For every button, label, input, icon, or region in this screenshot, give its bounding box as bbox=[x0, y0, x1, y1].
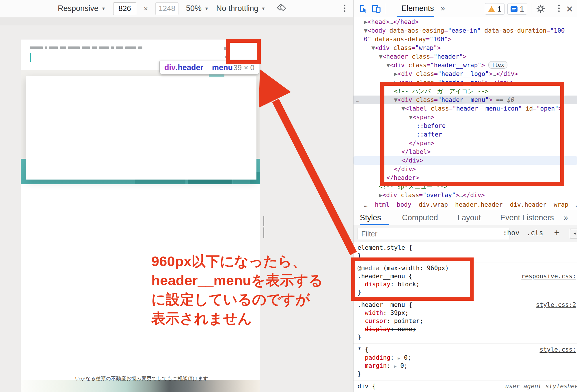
blurred-nav-text bbox=[30, 46, 142, 49]
annotation-line: 表示されません bbox=[151, 309, 323, 328]
warnings-badge[interactable]: 1 bbox=[485, 3, 505, 15]
tooltip-tag: div bbox=[164, 63, 176, 72]
warning-count: 1 bbox=[497, 5, 501, 14]
annotation-line: に設定しているのですが bbox=[151, 290, 323, 309]
style-rule-universal[interactable]: * {style.css: padding: ▶ 0; margin: ▶ 0;… bbox=[353, 344, 577, 380]
new-style-rule-button[interactable]: + bbox=[554, 227, 559, 238]
tree-row[interactable]: ▶<head>…</head> bbox=[353, 18, 577, 26]
styles-filter-input[interactable] bbox=[358, 228, 509, 240]
content-card bbox=[26, 76, 256, 180]
more-tabs-chevron[interactable]: » bbox=[564, 213, 568, 222]
throttling-dropdown[interactable]: No throttling ▼ bbox=[216, 4, 265, 13]
stylesheet-link[interactable]: style.css: bbox=[540, 346, 576, 354]
photo-caption: いかなる種類の不動産お悩み変更でしてもご相談頂けます bbox=[75, 375, 208, 382]
device-type-dropdown[interactable]: Responsive ▼ bbox=[58, 4, 106, 13]
toggle-hover-state-button[interactable]: :hov bbox=[503, 229, 520, 237]
close-icon[interactable]: ✕ bbox=[566, 4, 573, 14]
device-type-label: Responsive bbox=[58, 4, 98, 13]
annotation-line: 960px以下になったら、 bbox=[151, 252, 323, 271]
device-emulation-pane: Responsive ▼ × 50% ▼ No throttling ▼ bbox=[0, 0, 353, 392]
viewport-resize-handle[interactable] bbox=[263, 216, 267, 226]
issues-badge[interactable]: 1 bbox=[507, 3, 527, 15]
flex-badge[interactable]: flex bbox=[488, 61, 507, 69]
tab-layout[interactable]: Layout bbox=[457, 213, 481, 222]
tree-row[interactable]: ▼<div class="wrap"> bbox=[353, 44, 577, 52]
annotation-box-dom bbox=[380, 82, 564, 186]
tab-event-listeners[interactable]: Event Listeners bbox=[500, 213, 554, 222]
tree-row[interactable]: ▼<div class="header__wrap">flex bbox=[353, 61, 577, 70]
tooltip-dimensions: 39 × 0 bbox=[233, 63, 254, 72]
chevron-down-icon: ▼ bbox=[261, 6, 265, 11]
tree-row[interactable]: 0" data-aos-delay="100"> bbox=[353, 35, 577, 44]
device-toolbar: Responsive ▼ × 50% ▼ No throttling ▼ bbox=[0, 0, 353, 17]
style-rule-header-menu[interactable]: .header__menu {style.css:2 width: 39px; … bbox=[353, 299, 577, 344]
style-rule-div-ua[interactable]: div {user agent stylesheet display: bloc… bbox=[353, 380, 577, 392]
annotation-highlight-rect bbox=[226, 39, 261, 64]
devtools-overflow-menu[interactable] bbox=[558, 5, 560, 13]
tree-row[interactable]: … html body div.wrap header.header div.h… bbox=[353, 200, 577, 209]
annotation-text: 960px以下になったら、 header__menuを表示する に設定しているの… bbox=[151, 252, 323, 328]
tab-styles[interactable]: Styles bbox=[360, 213, 381, 222]
emulated-page-viewport[interactable]: いかなる種類の不動産お悩み変更でしてもご相談頂けます bbox=[21, 40, 260, 392]
sidebar-pane-icon[interactable]: ◂ bbox=[570, 229, 577, 238]
zoom-level: 50% bbox=[186, 4, 202, 13]
viewport-height-input[interactable] bbox=[155, 2, 178, 15]
devtools-panel: Elements » 1 1 bbox=[353, 0, 577, 392]
tree-row[interactable]: ▶<div class="header__logo">…</div> bbox=[353, 70, 577, 78]
annotation-box-media-rule bbox=[351, 257, 474, 301]
inspect-element-icon[interactable] bbox=[359, 4, 368, 14]
toggle-class-button[interactable]: .cls bbox=[526, 229, 543, 237]
active-tab-underline bbox=[397, 16, 434, 17]
chevron-down-icon: ▼ bbox=[101, 6, 106, 11]
tab-computed[interactable]: Computed bbox=[402, 213, 438, 222]
screenshot-stage: Responsive ▼ × 50% ▼ No throttling ▼ bbox=[0, 0, 577, 392]
tree-row[interactable]: ▼<header class="header"> bbox=[353, 52, 577, 61]
zoom-dropdown[interactable]: 50% ▼ bbox=[186, 4, 209, 13]
toggle-device-toolbar-icon[interactable] bbox=[371, 4, 381, 14]
devtools-toolbar: Elements » 1 1 bbox=[353, 0, 577, 17]
tree-row[interactable]: ▶<div class="overlay">…</div> bbox=[353, 191, 577, 199]
rotate-viewport-icon[interactable] bbox=[277, 3, 286, 14]
viewport-width-input[interactable] bbox=[113, 2, 136, 15]
chevron-down-icon: ▼ bbox=[204, 6, 209, 11]
message-icon bbox=[511, 6, 518, 12]
styles-sidebar-tabs: Styles Computed Layout Event Listeners » bbox=[353, 209, 577, 225]
more-tabs-chevron[interactable]: » bbox=[441, 4, 445, 13]
stylesheet-link[interactable]: style.css:2 bbox=[536, 301, 576, 309]
stylesheet-link[interactable]: user agent stylesheet bbox=[505, 382, 577, 390]
device-toolbar-overflow-menu[interactable] bbox=[344, 5, 346, 13]
ruler-strip bbox=[0, 17, 353, 25]
throttling-label: No throttling bbox=[216, 4, 258, 13]
tab-elements[interactable]: Elements bbox=[401, 4, 434, 13]
warning-icon bbox=[488, 6, 495, 12]
tree-row[interactable]: ▼<body data-aos-easing="ease-in" data-ao… bbox=[353, 26, 577, 35]
stylesheet-link[interactable]: responsive.css: bbox=[521, 272, 576, 280]
message-count: 1 bbox=[520, 5, 524, 14]
gear-icon[interactable] bbox=[536, 4, 546, 14]
breadcrumb[interactable]: … html body div.wrap header.header div.h… bbox=[353, 200, 577, 209]
tooltip-class: .header__menu bbox=[176, 63, 233, 72]
dimension-separator: × bbox=[144, 5, 148, 13]
text-caret bbox=[30, 53, 31, 62]
styles-filter-bar: :hov .cls + ◂ bbox=[353, 225, 577, 242]
annotation-line: header__menuを表示する bbox=[151, 271, 323, 290]
